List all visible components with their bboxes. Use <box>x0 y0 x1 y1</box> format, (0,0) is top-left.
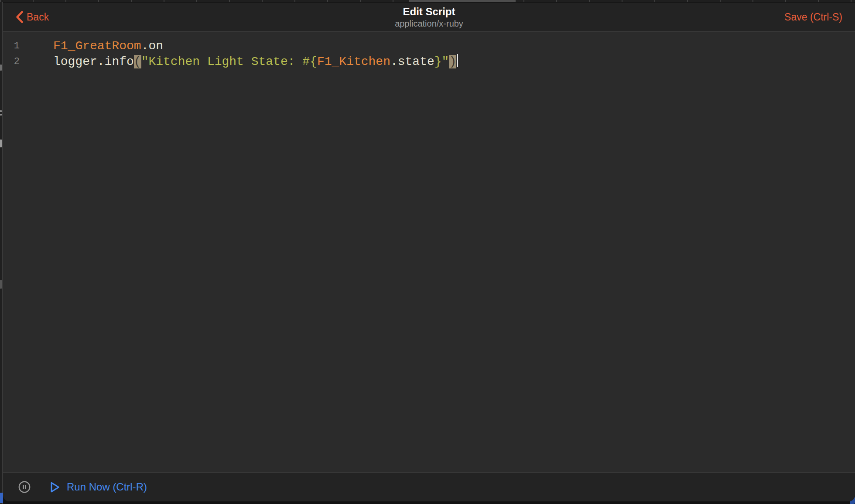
navbar: Back Edit Script application/x-ruby Save… <box>3 3 855 32</box>
script-mime-type: application/x-ruby <box>395 18 463 29</box>
chevron-left-icon <box>16 11 23 23</box>
code-line-content: logger.info("Kitchen Light State: #{F1_K… <box>20 54 458 70</box>
page-title: Edit Script <box>395 6 463 18</box>
token-plain: .on <box>141 39 163 53</box>
background-fragment <box>0 114 2 116</box>
run-now-label: Run Now (Ctrl-R) <box>67 481 147 493</box>
token-paren: ) <box>449 55 456 68</box>
pause-circle-icon <box>18 481 31 493</box>
token-string: "Kitchen Light State: #{ <box>141 55 317 68</box>
background-fragment <box>0 493 3 503</box>
pause-button[interactable] <box>18 481 31 493</box>
background-fragment <box>0 280 2 289</box>
background-scrollbar-thumb <box>409 0 516 2</box>
text-cursor <box>457 54 458 67</box>
bottom-toolbar: Run Now (Ctrl-R) <box>3 472 855 501</box>
background-fragment <box>0 65 2 71</box>
back-button[interactable]: Back <box>16 11 49 23</box>
code-line: 1F1_GreatRoom.on <box>3 38 855 54</box>
edit-script-modal: Back Edit Script application/x-ruby Save… <box>3 3 855 501</box>
code-line: 2logger.info("Kitchen Light State: #{F1_… <box>3 54 855 70</box>
token-plain: logger.info <box>53 55 134 68</box>
save-button[interactable]: Save (Ctrl-S) <box>784 11 842 23</box>
background-top-strip <box>0 0 855 2</box>
play-icon <box>50 481 60 493</box>
token-paren: ( <box>134 55 141 68</box>
code-editor[interactable]: 1F1_GreatRoom.on2logger.info("Kitchen Li… <box>3 32 855 472</box>
line-number: 1 <box>3 38 20 54</box>
token-plain: .state <box>390 55 434 68</box>
token-entity: F1_Kitchen <box>317 55 390 68</box>
back-label: Back <box>27 11 49 23</box>
run-now-button[interactable]: Run Now (Ctrl-R) <box>50 481 147 493</box>
line-number: 2 <box>3 54 20 70</box>
code-lines: 1F1_GreatRoom.on2logger.info("Kitchen Li… <box>3 38 855 70</box>
background-left-strip <box>0 0 3 504</box>
code-line-content: F1_GreatRoom.on <box>20 38 163 54</box>
background-fragment <box>0 140 2 147</box>
token-entity: F1_GreatRoom <box>53 39 141 53</box>
title-block: Edit Script application/x-ruby <box>395 6 463 29</box>
background-fragment <box>0 110 2 112</box>
token-string: }" <box>434 55 449 68</box>
